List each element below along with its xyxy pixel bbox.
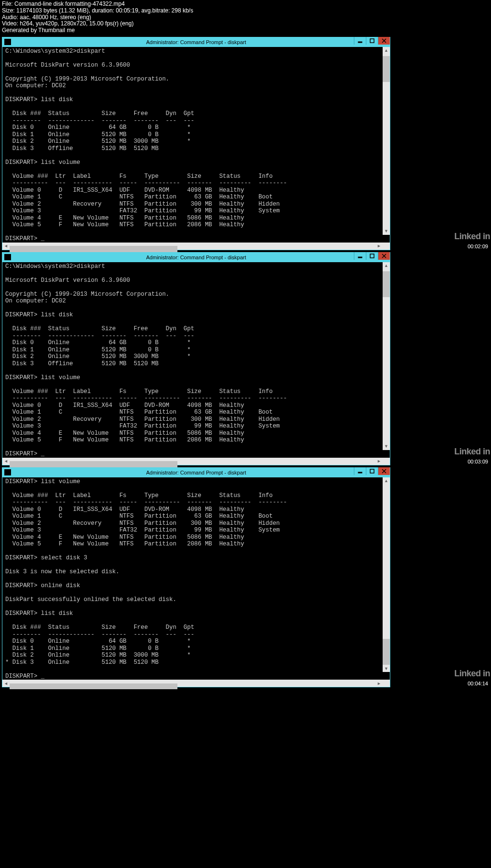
scroll-corner bbox=[383, 243, 390, 250]
vertical-scrollbar[interactable]: ▲ ▼ bbox=[383, 262, 390, 450]
video-metadata-header: File: Command-line disk formatting-47432… bbox=[0, 0, 491, 36]
scroll-up-icon[interactable]: ▲ bbox=[383, 262, 390, 269]
cmd-icon bbox=[4, 254, 11, 260]
horizontal-scrollbar[interactable]: ◄ ► bbox=[2, 458, 390, 465]
watermark-logo: Linked in bbox=[454, 231, 490, 242]
window-controls bbox=[354, 252, 390, 260]
scroll-track[interactable] bbox=[383, 82, 390, 228]
scroll-left-icon[interactable]: ◄ bbox=[2, 243, 10, 250]
svg-rect-5 bbox=[370, 254, 374, 258]
close-button[interactable] bbox=[378, 467, 390, 475]
scroll-corner bbox=[383, 458, 390, 465]
timestamp-2: 00:03:09 bbox=[468, 459, 488, 464]
meta-audio: Audio: aac, 48000 Hz, stereo (eng) bbox=[2, 14, 91, 21]
minimize-button[interactable] bbox=[354, 252, 366, 260]
svg-rect-1 bbox=[370, 39, 374, 43]
scroll-up-icon[interactable]: ▲ bbox=[383, 47, 390, 54]
svg-rect-4 bbox=[358, 257, 362, 258]
scroll-down-icon[interactable]: ▼ bbox=[383, 665, 390, 672]
horizontal-scrollbar[interactable]: ◄ ► bbox=[2, 680, 390, 687]
scroll-track[interactable] bbox=[383, 297, 390, 443]
meta-file: File: Command-line disk formatting-47432… bbox=[2, 0, 125, 7]
scroll-left-icon[interactable]: ◄ bbox=[2, 680, 10, 687]
meta-video: Video: h264, yuv420p, 1280x720, 15.00 fp… bbox=[2, 20, 134, 27]
window-controls bbox=[354, 467, 390, 475]
maximize-button[interactable] bbox=[366, 37, 378, 45]
window-title: Administrator: Command Prompt - diskpart bbox=[2, 470, 390, 475]
window-title: Administrator: Command Prompt - diskpart bbox=[2, 255, 390, 260]
scroll-thumb-h[interactable] bbox=[10, 683, 177, 690]
minimize-button[interactable] bbox=[354, 37, 366, 45]
maximize-button[interactable] bbox=[366, 467, 378, 475]
titlebar[interactable]: Administrator: Command Prompt - diskpart bbox=[2, 253, 390, 262]
scroll-down-icon[interactable]: ▼ bbox=[383, 443, 390, 450]
scroll-track[interactable] bbox=[383, 485, 390, 639]
cmd-window-3: Administrator: Command Prompt - diskpart… bbox=[2, 467, 390, 688]
terminal-output[interactable]: C:\Windows\system32>diskpart Microsoft D… bbox=[2, 47, 390, 243]
minimize-button[interactable] bbox=[354, 467, 366, 475]
watermark-logo: Linked in bbox=[454, 447, 490, 457]
horizontal-scrollbar[interactable]: ◄ ► bbox=[2, 243, 390, 250]
scroll-corner bbox=[383, 680, 390, 687]
close-button[interactable] bbox=[378, 252, 390, 260]
vertical-scrollbar[interactable]: ▲ ▼ bbox=[383, 47, 390, 235]
window-controls bbox=[354, 37, 390, 45]
titlebar[interactable]: Administrator: Command Prompt - diskpart bbox=[2, 37, 390, 47]
scroll-thumb[interactable] bbox=[383, 271, 390, 297]
scroll-up-icon[interactable]: ▲ bbox=[383, 477, 390, 485]
scroll-down-icon[interactable]: ▼ bbox=[383, 228, 390, 235]
maximize-button[interactable] bbox=[366, 252, 378, 260]
titlebar[interactable]: Administrator: Command Prompt - diskpart bbox=[2, 468, 390, 477]
scroll-thumb[interactable] bbox=[383, 639, 390, 665]
meta-generator: Generated by Thumbnail me bbox=[2, 27, 75, 34]
timestamp-3: 00:04:14 bbox=[468, 681, 488, 686]
scroll-thumb[interactable] bbox=[383, 56, 390, 82]
terminal-output[interactable]: DISKPART> list volume Volume ### Ltr Lab… bbox=[2, 477, 390, 680]
scroll-right-icon[interactable]: ► bbox=[375, 458, 383, 465]
watermark-logo: Linked in bbox=[454, 669, 490, 679]
vertical-scrollbar[interactable]: ▲ ▼ bbox=[383, 477, 390, 672]
cmd-icon bbox=[4, 469, 11, 475]
close-button[interactable] bbox=[378, 37, 390, 45]
meta-size: Size: 11874103 bytes (11.32 MiB), durati… bbox=[2, 7, 193, 14]
cmd-window-1: Administrator: Command Prompt - diskpart… bbox=[2, 37, 390, 250]
svg-rect-9 bbox=[370, 469, 374, 473]
cmd-icon bbox=[4, 39, 11, 45]
svg-rect-0 bbox=[358, 42, 362, 43]
terminal-output[interactable]: C:\Windows\system32>diskpart Microsoft D… bbox=[2, 262, 390, 458]
cmd-window-2: Administrator: Command Prompt - diskpart… bbox=[2, 252, 390, 465]
svg-rect-8 bbox=[358, 472, 362, 473]
timestamp-1: 00:02:09 bbox=[468, 243, 488, 249]
scroll-left-icon[interactable]: ◄ bbox=[2, 458, 10, 465]
scroll-right-icon[interactable]: ► bbox=[375, 243, 383, 250]
scroll-right-icon[interactable]: ► bbox=[375, 680, 383, 687]
window-title: Administrator: Command Prompt - diskpart bbox=[2, 39, 390, 45]
